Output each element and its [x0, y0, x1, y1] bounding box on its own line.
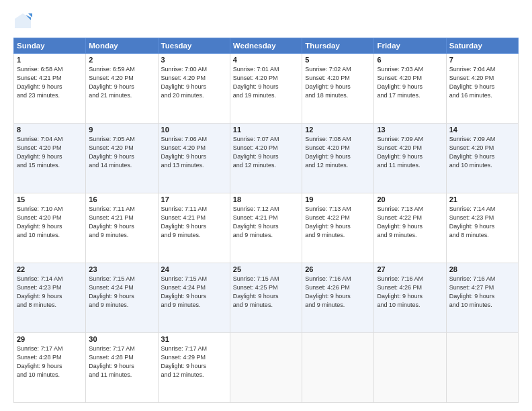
day-number: 18 — [233, 195, 299, 203]
cell-info: Sunrise: 7:15 AMSunset: 4:24 PMDaylight:… — [161, 275, 227, 310]
cell-info: Sunrise: 7:08 AMSunset: 4:20 PMDaylight:… — [305, 135, 371, 170]
cell-info: Sunrise: 7:03 AMSunset: 4:20 PMDaylight:… — [377, 65, 443, 100]
cell-info: Sunrise: 7:17 AMSunset: 4:29 PMDaylight:… — [161, 345, 227, 379]
cell-info: Sunrise: 7:16 AMSunset: 4:26 PMDaylight:… — [305, 275, 371, 310]
cell-info: Sunrise: 7:13 AMSunset: 4:22 PMDaylight:… — [377, 205, 443, 240]
day-cell-3: 3Sunrise: 7:00 AMSunset: 4:20 PMDaylight… — [158, 54, 230, 124]
day-cell-2: 2Sunrise: 6:59 AMSunset: 4:20 PMDaylight… — [86, 54, 158, 124]
day-cell-30: 30Sunrise: 7:17 AMSunset: 4:28 PMDayligh… — [86, 333, 158, 403]
cell-info: Sunrise: 7:00 AMSunset: 4:20 PMDaylight:… — [161, 65, 227, 100]
day-number: 16 — [89, 195, 154, 203]
day-cell-14: 14Sunrise: 7:09 AMSunset: 4:20 PMDayligh… — [446, 124, 518, 193]
day-cell-5: 5Sunrise: 7:02 AMSunset: 4:20 PMDaylight… — [302, 54, 374, 124]
day-cell-21: 21Sunrise: 7:14 AMSunset: 4:23 PMDayligh… — [446, 193, 518, 263]
day-cell-26: 26Sunrise: 7:16 AMSunset: 4:26 PMDayligh… — [302, 263, 374, 333]
day-cell-22: 22Sunrise: 7:14 AMSunset: 4:23 PMDayligh… — [14, 263, 86, 333]
col-header-sunday: Sunday — [14, 38, 86, 54]
day-number: 20 — [377, 195, 443, 203]
day-cell-20: 20Sunrise: 7:13 AMSunset: 4:22 PMDayligh… — [374, 193, 446, 263]
empty-cell — [230, 333, 302, 403]
day-cell-23: 23Sunrise: 7:15 AMSunset: 4:24 PMDayligh… — [86, 263, 158, 333]
day-cell-8: 8Sunrise: 7:04 AMSunset: 4:20 PMDaylight… — [14, 124, 86, 193]
day-cell-16: 16Sunrise: 7:11 AMSunset: 4:21 PMDayligh… — [86, 193, 158, 263]
cell-info: Sunrise: 7:02 AMSunset: 4:20 PMDaylight:… — [305, 65, 371, 100]
day-number: 5 — [305, 56, 371, 64]
week-row-0: 1Sunrise: 6:58 AMSunset: 4:21 PMDaylight… — [14, 54, 519, 124]
day-cell-31: 31Sunrise: 7:17 AMSunset: 4:29 PMDayligh… — [158, 333, 230, 403]
day-number: 27 — [377, 265, 443, 273]
day-cell-28: 28Sunrise: 7:16 AMSunset: 4:27 PMDayligh… — [446, 263, 518, 333]
col-header-tuesday: Tuesday — [158, 38, 230, 54]
day-number: 9 — [89, 126, 154, 134]
day-cell-27: 27Sunrise: 7:16 AMSunset: 4:26 PMDayligh… — [374, 263, 446, 333]
logo-icon — [13, 12, 32, 31]
day-number: 31 — [161, 335, 227, 343]
day-number: 17 — [161, 195, 227, 203]
cell-info: Sunrise: 7:14 AMSunset: 4:23 PMDaylight:… — [449, 205, 515, 240]
empty-cell — [302, 333, 374, 403]
week-row-4: 29Sunrise: 7:17 AMSunset: 4:28 PMDayligh… — [14, 333, 519, 403]
cell-info: Sunrise: 6:58 AMSunset: 4:21 PMDaylight:… — [17, 65, 83, 100]
day-number: 7 — [449, 56, 515, 64]
day-number: 25 — [233, 265, 299, 273]
day-number: 22 — [17, 265, 83, 273]
day-cell-18: 18Sunrise: 7:12 AMSunset: 4:21 PMDayligh… — [230, 193, 302, 263]
day-number: 2 — [89, 56, 154, 64]
day-number: 30 — [89, 335, 154, 343]
col-header-wednesday: Wednesday — [230, 38, 302, 54]
day-number: 14 — [449, 126, 515, 134]
day-number: 21 — [449, 195, 515, 203]
day-number: 3 — [161, 56, 227, 64]
page: SundayMondayTuesdayWednesdayThursdayFrid… — [0, 0, 532, 411]
day-number: 10 — [161, 126, 227, 134]
cell-info: Sunrise: 7:14 AMSunset: 4:23 PMDaylight:… — [17, 275, 83, 310]
day-cell-1: 1Sunrise: 6:58 AMSunset: 4:21 PMDaylight… — [14, 54, 86, 124]
cell-info: Sunrise: 7:09 AMSunset: 4:20 PMDaylight:… — [449, 135, 515, 170]
cell-info: Sunrise: 7:09 AMSunset: 4:20 PMDaylight:… — [377, 135, 443, 170]
cell-info: Sunrise: 7:17 AMSunset: 4:28 PMDaylight:… — [17, 345, 83, 379]
logo — [13, 12, 35, 31]
week-row-3: 22Sunrise: 7:14 AMSunset: 4:23 PMDayligh… — [14, 263, 519, 333]
col-header-saturday: Saturday — [446, 38, 518, 54]
day-number: 29 — [17, 335, 83, 343]
day-number: 4 — [233, 56, 299, 64]
day-cell-29: 29Sunrise: 7:17 AMSunset: 4:28 PMDayligh… — [14, 333, 86, 403]
day-cell-12: 12Sunrise: 7:08 AMSunset: 4:20 PMDayligh… — [302, 124, 374, 193]
cell-info: Sunrise: 7:05 AMSunset: 4:20 PMDaylight:… — [89, 135, 154, 170]
day-cell-24: 24Sunrise: 7:15 AMSunset: 4:24 PMDayligh… — [158, 263, 230, 333]
week-row-2: 15Sunrise: 7:10 AMSunset: 4:20 PMDayligh… — [14, 193, 519, 263]
header — [13, 12, 519, 31]
col-header-thursday: Thursday — [302, 38, 374, 54]
day-number: 24 — [161, 265, 227, 273]
day-cell-25: 25Sunrise: 7:15 AMSunset: 4:25 PMDayligh… — [230, 263, 302, 333]
day-number: 11 — [233, 126, 299, 134]
cell-info: Sunrise: 7:13 AMSunset: 4:22 PMDaylight:… — [305, 205, 371, 240]
cell-info: Sunrise: 7:15 AMSunset: 4:25 PMDaylight:… — [233, 275, 299, 310]
day-cell-6: 6Sunrise: 7:03 AMSunset: 4:20 PMDaylight… — [374, 54, 446, 124]
col-header-monday: Monday — [86, 38, 158, 54]
day-cell-15: 15Sunrise: 7:10 AMSunset: 4:20 PMDayligh… — [14, 193, 86, 263]
day-number: 15 — [17, 195, 83, 203]
day-number: 23 — [89, 265, 154, 273]
empty-cell — [374, 333, 446, 403]
day-cell-10: 10Sunrise: 7:06 AMSunset: 4:20 PMDayligh… — [158, 124, 230, 193]
cell-info: Sunrise: 7:07 AMSunset: 4:20 PMDaylight:… — [233, 135, 299, 170]
cell-info: Sunrise: 7:06 AMSunset: 4:20 PMDaylight:… — [161, 135, 227, 170]
cell-info: Sunrise: 6:59 AMSunset: 4:20 PMDaylight:… — [89, 65, 154, 100]
cell-info: Sunrise: 7:17 AMSunset: 4:28 PMDaylight:… — [89, 345, 154, 379]
day-number: 28 — [449, 265, 515, 273]
cell-info: Sunrise: 7:11 AMSunset: 4:21 PMDaylight:… — [161, 205, 227, 240]
day-cell-11: 11Sunrise: 7:07 AMSunset: 4:20 PMDayligh… — [230, 124, 302, 193]
cell-info: Sunrise: 7:04 AMSunset: 4:20 PMDaylight:… — [449, 65, 515, 100]
day-number: 6 — [377, 56, 443, 64]
day-cell-9: 9Sunrise: 7:05 AMSunset: 4:20 PMDaylight… — [86, 124, 158, 193]
day-cell-19: 19Sunrise: 7:13 AMSunset: 4:22 PMDayligh… — [302, 193, 374, 263]
day-cell-13: 13Sunrise: 7:09 AMSunset: 4:20 PMDayligh… — [374, 124, 446, 193]
day-cell-4: 4Sunrise: 7:01 AMSunset: 4:20 PMDaylight… — [230, 54, 302, 124]
day-number: 12 — [305, 126, 371, 134]
cell-info: Sunrise: 7:11 AMSunset: 4:21 PMDaylight:… — [89, 205, 154, 240]
day-number: 26 — [305, 265, 371, 273]
day-number: 13 — [377, 126, 443, 134]
day-number: 1 — [17, 56, 83, 64]
day-number: 8 — [17, 126, 83, 134]
